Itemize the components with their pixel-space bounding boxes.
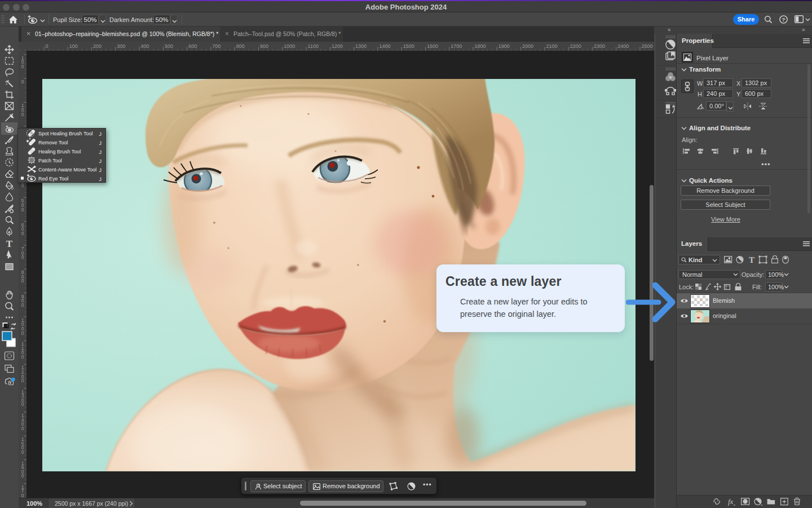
- svg-text:200: 200: [93, 43, 102, 49]
- svg-text:0: 0: [21, 231, 24, 236]
- svg-text:400: 400: [141, 43, 149, 49]
- svg-text:0: 0: [21, 330, 24, 336]
- svg-text:1300: 1300: [355, 43, 367, 49]
- svg-text:700: 700: [213, 43, 221, 49]
- svg-text:0: 0: [21, 401, 24, 407]
- svg-text:0: 0: [46, 43, 48, 49]
- svg-text:1600: 1600: [427, 43, 438, 49]
- svg-text:fx: fx: [728, 497, 734, 506]
- svg-text:500: 500: [165, 43, 173, 49]
- svg-text:1900: 1900: [498, 43, 510, 49]
- svg-text:900: 900: [260, 43, 268, 49]
- svg-text:0: 0: [21, 378, 24, 383]
- svg-text:100: 100: [69, 43, 78, 49]
- svg-text:0: 0: [21, 112, 24, 117]
- svg-text:1100: 1100: [308, 43, 319, 49]
- svg-text:1400: 1400: [379, 43, 390, 49]
- svg-text:0: 0: [21, 473, 24, 479]
- svg-text:0: 0: [21, 207, 24, 213]
- svg-text:0: 0: [21, 64, 24, 69]
- svg-text:2400: 2400: [617, 43, 629, 49]
- svg-text:2300: 2300: [594, 43, 605, 49]
- svg-text:0: 0: [21, 302, 24, 308]
- svg-text:2000: 2000: [522, 43, 533, 49]
- svg-text:600: 600: [188, 43, 197, 49]
- svg-text:1700: 1700: [451, 43, 462, 49]
- svg-text:0: 0: [21, 354, 24, 360]
- svg-text:T: T: [6, 238, 13, 249]
- svg-text:1500: 1500: [403, 43, 414, 49]
- svg-text:2500: 2500: [642, 43, 653, 49]
- svg-text:1200: 1200: [332, 43, 343, 49]
- svg-text:800: 800: [236, 43, 245, 49]
- svg-text:0: 0: [21, 426, 24, 431]
- svg-text:1800: 1800: [475, 43, 486, 49]
- svg-text:T: T: [749, 255, 754, 264]
- svg-text:0: 0: [21, 278, 24, 284]
- svg-text:0: 0: [21, 254, 24, 260]
- svg-text:2200: 2200: [570, 43, 581, 49]
- svg-text:0: 0: [21, 449, 24, 455]
- svg-text:?: ?: [782, 16, 785, 23]
- svg-text:300: 300: [117, 43, 125, 49]
- svg-text:1000: 1000: [284, 43, 295, 49]
- svg-text:2100: 2100: [546, 43, 557, 49]
- svg-text:0: 0: [21, 79, 24, 85]
